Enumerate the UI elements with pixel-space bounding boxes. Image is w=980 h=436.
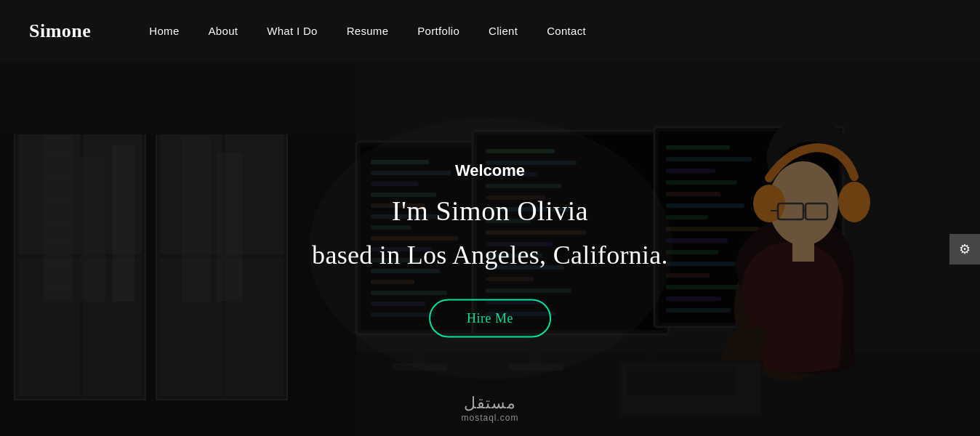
watermark: مستقل mostaql.com: [461, 394, 518, 423]
nav-item-contact[interactable]: Contact: [532, 17, 601, 44]
brand-logo[interactable]: Simone: [29, 20, 91, 42]
gear-icon: ⚙: [959, 241, 971, 257]
hire-me-button[interactable]: Hire Me: [429, 299, 551, 337]
nav-link-home[interactable]: Home: [134, 17, 193, 44]
nav-item-about[interactable]: About: [194, 17, 253, 44]
hero-content: Welcome I'm Simon Olivia based in Los An…: [312, 161, 668, 337]
settings-button[interactable]: ⚙: [949, 234, 980, 265]
hero-location-text: based in Los Angeles, California.: [312, 239, 668, 270]
hero-name-text: I'm Simon Olivia: [312, 194, 668, 226]
nav-item-home[interactable]: Home: [134, 17, 193, 44]
nav-item-portfolio[interactable]: Portfolio: [403, 17, 474, 44]
nav-link-resume[interactable]: Resume: [332, 17, 403, 44]
nav-link-what-i-do[interactable]: What I Do: [252, 17, 332, 44]
navbar: Simone Home About What I Do Resume Portf…: [0, 0, 980, 62]
nav-item-what-i-do[interactable]: What I Do: [252, 17, 332, 44]
nav-link-portfolio[interactable]: Portfolio: [403, 17, 474, 44]
nav-link-contact[interactable]: Contact: [532, 17, 601, 44]
nav-link-client[interactable]: Client: [474, 17, 532, 44]
watermark-logo: مستقل: [461, 394, 518, 413]
nav-link-about[interactable]: About: [194, 17, 253, 44]
nav-item-resume[interactable]: Resume: [332, 17, 403, 44]
nav-item-client[interactable]: Client: [474, 17, 532, 44]
nav-links: Home About What I Do Resume Portfolio Cl…: [134, 17, 601, 44]
hero-section: Welcome I'm Simon Olivia based in Los An…: [0, 62, 980, 436]
hero-welcome-text: Welcome: [312, 161, 668, 179]
watermark-url: mostaql.com: [461, 413, 518, 423]
